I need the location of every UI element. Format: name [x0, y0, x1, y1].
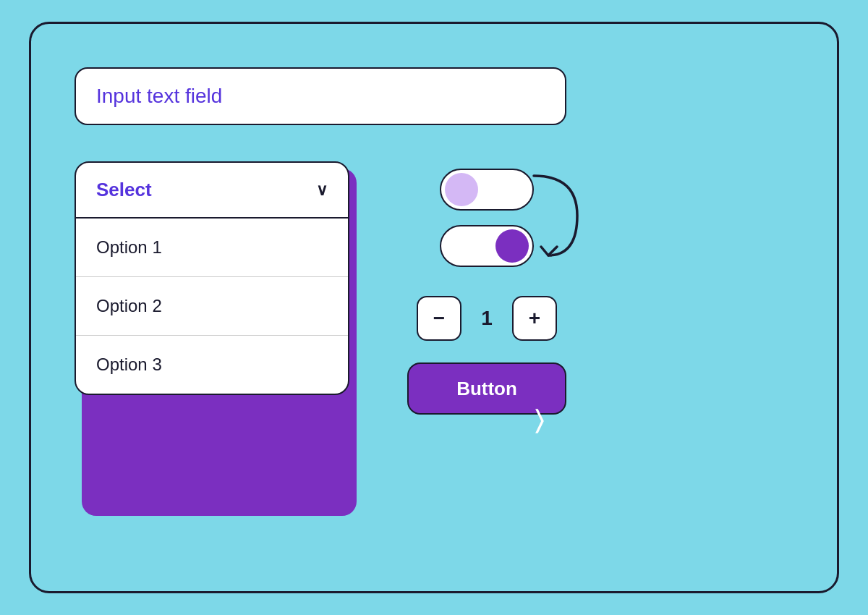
chevron-down-icon: ∨ [316, 181, 328, 200]
bottom-row: Select ∨ Option 1 Option 2 Option 3 [75, 161, 793, 415]
increment-button[interactable]: + [512, 296, 557, 341]
toggle-off[interactable] [440, 169, 534, 211]
select-option-1[interactable]: Option 1 [76, 219, 348, 277]
toggle-arrow-icon [527, 169, 584, 263]
select-option-2[interactable]: Option 2 [76, 277, 348, 336]
decrement-button[interactable]: − [417, 296, 461, 341]
select-wrapper: Select ∨ Option 1 Option 2 Option 3 [75, 161, 349, 395]
toggle-off-knob [445, 173, 478, 206]
main-card: Select ∨ Option 1 Option 2 Option 3 [29, 22, 839, 593]
select-option-3[interactable]: Option 3 [76, 336, 348, 394]
text-input[interactable] [75, 67, 566, 125]
select-box: Select ∨ Option 1 Option 2 Option 3 [75, 161, 349, 395]
toggle-group [440, 169, 534, 267]
button-label: Button [456, 378, 517, 400]
select-label: Select [96, 179, 152, 201]
select-header[interactable]: Select ∨ [76, 163, 348, 219]
input-row [75, 67, 793, 125]
cursor-icon: 〉 [535, 406, 543, 435]
stepper: − 1 + [417, 296, 557, 341]
main-button[interactable]: Button 〉 [407, 362, 566, 415]
toggle-on-knob [495, 229, 529, 263]
right-controls: − 1 + Button 〉 [407, 161, 566, 415]
stepper-value: 1 [476, 307, 498, 330]
toggle-on[interactable] [440, 225, 534, 267]
